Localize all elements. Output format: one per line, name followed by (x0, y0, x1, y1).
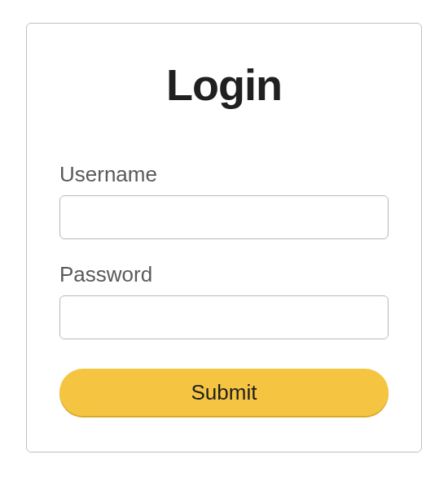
password-input[interactable] (59, 295, 389, 339)
password-label: Password (59, 262, 389, 287)
username-label: Username (59, 162, 389, 187)
login-card: Login Username Password Submit (26, 23, 422, 452)
login-title: Login (59, 59, 389, 110)
submit-button[interactable]: Submit (59, 369, 389, 416)
password-group: Password (59, 262, 389, 339)
username-input[interactable] (59, 195, 389, 239)
username-group: Username (59, 162, 389, 239)
